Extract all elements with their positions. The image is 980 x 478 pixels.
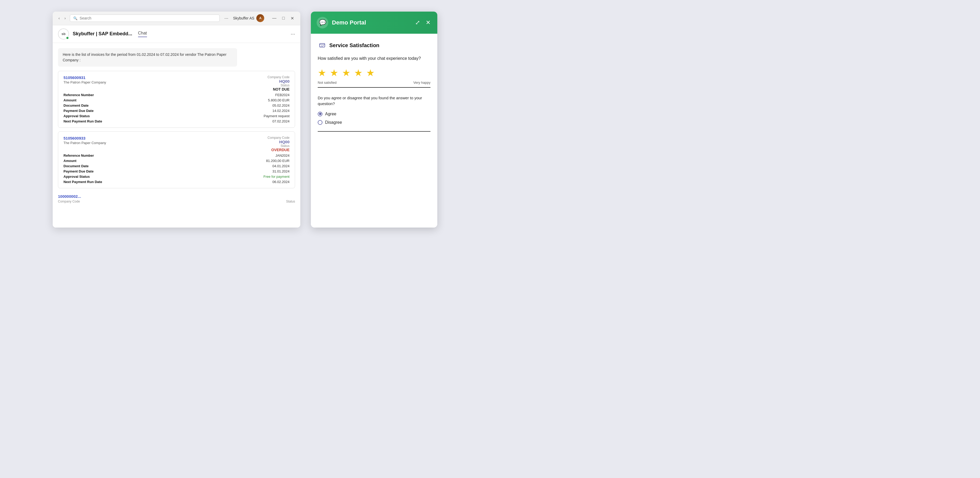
svg-rect-0 (320, 43, 325, 47)
radio-circle-disagree (318, 120, 323, 125)
table-row: Reference Number JAN2024 (64, 154, 290, 157)
message-text: Here is the list of invoices for the per… (63, 52, 227, 62)
star-5[interactable]: ★ (366, 67, 375, 78)
radio-item-disagree[interactable]: Disagree (318, 120, 431, 125)
table-row: Payment Due Date 31.01.2024 (64, 169, 290, 173)
next-pay-value: 07.02.2024 (272, 119, 290, 123)
chat-header: sb Skybuffer | SAP Embedd... Chat ··· (52, 25, 300, 43)
pay-due-value: 31.01.2024 (272, 169, 290, 173)
chat-body: Here is the list of invoices for the per… (52, 43, 300, 227)
title-bar: ‹ › 🔍 ··· Skybuffer AS A — □ ✕ (52, 11, 300, 25)
avatar: A (256, 14, 264, 22)
next-pay-label: Next Payment Run Date (64, 119, 102, 123)
invoice-card-header: 5105600933 The Patron Paper Company Comp… (64, 136, 290, 152)
search-input[interactable] (80, 16, 216, 20)
invoice-company: The Patron Paper Company (64, 80, 106, 84)
search-icon: 🔍 (73, 16, 78, 20)
doc-date-label: Document Date (64, 164, 89, 168)
window-controls: — □ ✕ (270, 15, 296, 22)
table-row: Reference Number FEB2024 (64, 93, 290, 97)
next-pay-label: Next Payment Run Date (64, 180, 102, 184)
doc-date-value: 05.02.2024 (272, 103, 290, 108)
table-row: Amount 5.800,00 EUR (64, 98, 290, 102)
ref-value: FEB2024 (275, 93, 290, 97)
invoice-number[interactable]: 5105600933 (64, 136, 106, 140)
invoice-left: 5105600931 The Patron Paper Company (64, 75, 106, 84)
star-3[interactable]: ★ (342, 67, 350, 78)
satisfaction-question-1: How satisfied are you with your chat exp… (318, 55, 431, 62)
expand-button[interactable]: ⤢ (414, 19, 421, 27)
satisfaction-icon (318, 41, 327, 50)
table-row: Next Payment Run Date 07.02.2024 (64, 119, 290, 123)
table-row: Document Date 04.01.2024 (64, 164, 290, 168)
amount-label: Amount (64, 98, 76, 102)
close-button[interactable]: ✕ (288, 15, 296, 22)
stars-row[interactable]: ★ ★ ★ ★ ★ (318, 67, 431, 78)
table-row: Document Date 05.02.2024 (64, 103, 290, 108)
more-options-button[interactable]: ··· (222, 14, 231, 22)
radio-dot-agree (319, 113, 321, 115)
company-code-value: HQ00 (268, 79, 290, 84)
search-bar[interactable]: 🔍 (70, 14, 220, 22)
ref-label: Reference Number (64, 154, 94, 157)
table-row: Approval Status Payment request (64, 114, 290, 118)
chat-tab[interactable]: Chat (138, 31, 147, 37)
invoice-right: Company Code HQ00 Status OVERDUE (268, 136, 290, 152)
invoice-card: 5105600933 The Patron Paper Company Comp… (58, 132, 295, 188)
star-label-left: Not satisfied (318, 81, 337, 84)
status-label: Status (268, 144, 290, 148)
back-button[interactable]: ‹ (57, 15, 61, 21)
maximize-button[interactable]: □ (280, 15, 287, 22)
approval-value: Free for payment (263, 175, 290, 179)
invoice-company: The Patron Paper Company (64, 141, 106, 145)
sb-logo: sb (58, 29, 69, 40)
table-row: Amount 81.200,00 EUR (64, 159, 290, 163)
status-label: Status (268, 84, 290, 87)
status-value: OVERDUE (268, 148, 290, 152)
invoice-card-header: 5105600931 The Patron Paper Company Comp… (64, 75, 290, 91)
doc-date-value: 04.01.2024 (272, 164, 290, 168)
company-code-value: HQ00 (268, 140, 290, 144)
company-code-stub-label: Company Code (58, 200, 80, 203)
satisfaction-title-text: Service Satisfaction (329, 43, 379, 48)
divider (318, 131, 431, 132)
amount-value: 81.200,00 EUR (266, 159, 290, 163)
company-code-label: Company Code (268, 136, 290, 140)
approval-value: Payment request (264, 114, 290, 118)
table-row: Next Payment Run Date 06.02.2024 (64, 180, 290, 184)
pay-due-label: Payment Due Date (64, 109, 94, 113)
forward-button[interactable]: › (63, 15, 67, 21)
status-stub-label: Status (286, 200, 295, 203)
invoice-number[interactable]: 5105600931 (64, 75, 106, 80)
agree-question: Do you agree or disagree that you found … (318, 95, 431, 107)
star-4[interactable]: ★ (354, 67, 363, 78)
more-invoices-header: Company Code Status (58, 200, 295, 204)
star-label-right: Very happy (413, 81, 431, 84)
company-code-label: Company Code (268, 75, 290, 79)
ref-label: Reference Number (64, 93, 94, 97)
radio-item-agree[interactable]: Agree (318, 112, 431, 116)
radio-label-agree: Agree (325, 112, 336, 116)
widget-header: 💬 Demo Portal ⤢ ✕ (311, 11, 438, 34)
radio-label-disagree: Disagree (325, 120, 342, 125)
chat-widget: 💬 Demo Portal ⤢ ✕ Service Satisfaction H… (311, 11, 438, 227)
radio-circle-agree (318, 112, 323, 116)
radio-group: Agree Disagree (318, 112, 431, 125)
star-2[interactable]: ★ (330, 67, 338, 78)
widget-body: Service Satisfaction How satisfied are y… (311, 34, 438, 227)
chat-more-button[interactable]: ··· (291, 31, 295, 37)
star-1[interactable]: ★ (318, 67, 326, 78)
user-name: Skybuffer AS (233, 16, 255, 20)
stars-labels: Not satisfied Very happy (318, 81, 431, 88)
minimize-button[interactable]: — (270, 15, 278, 22)
table-row: Approval Status Free for payment (64, 175, 290, 179)
widget-title: Demo Portal (332, 19, 410, 26)
doc-date-label: Document Date (64, 103, 89, 108)
widget-close-button[interactable]: ✕ (425, 19, 431, 27)
user-profile-button[interactable]: Skybuffer AS A (233, 14, 264, 22)
chat-bubble-icon: 💬 (319, 19, 326, 26)
ref-value: JAN2024 (275, 154, 290, 157)
pay-due-label: Payment Due Date (64, 169, 94, 173)
sb-logo-text: sb (61, 32, 65, 36)
invoice-right: Company Code HQ00 Status NOT DUE (268, 75, 290, 91)
